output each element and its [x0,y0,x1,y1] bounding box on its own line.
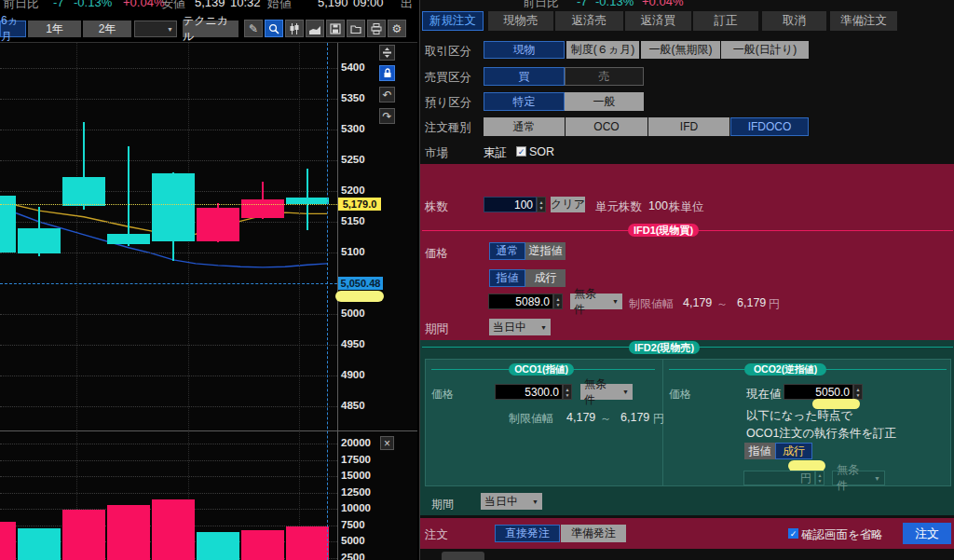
vertical-gridline [299,43,300,560]
close-volume-pane-icon[interactable]: × [380,436,394,450]
tab-cancel[interactable]: 取消 [762,11,826,31]
ifd2-title-pill: IFD2(現物売) [629,341,700,354]
order-kind-normal[interactable]: 通常 [484,117,565,136]
candle-wick [128,146,129,247]
trade-type-margin-system[interactable]: 制度(６ヵ月) [566,41,639,59]
range-dropdown[interactable]: ▼ [134,20,177,37]
oco2-exec-limit[interactable]: 指値 [744,443,775,459]
fit-scale-icon[interactable] [379,45,395,61]
ifd2-period-label: 期間 [431,497,454,512]
save-icon[interactable] [326,20,345,37]
tab-prepared-order[interactable]: 準備注文 [830,11,897,31]
oco2-trigger-stepper[interactable] [853,384,863,400]
draw-pencil-icon[interactable]: ✎ [244,20,263,37]
mini-alt-pct: +0.04% [642,0,683,8]
volume-bar [286,526,329,560]
price-tick-label: 5150 [341,215,382,226]
clipped-label: 出 [401,0,413,11]
redo-icon[interactable]: ↷ [379,108,395,124]
trade-type-cash[interactable]: 現物 [484,41,565,59]
qty-input[interactable]: 100 [484,197,537,212]
alt-pct: +0.04% [123,0,164,9]
sor-checkbox[interactable]: ✓ [516,146,526,157]
side-sell-button[interactable]: 売 [565,67,644,86]
ifd1-price-input[interactable]: 5089.0 [488,294,553,309]
trade-type-general-day[interactable]: 一般(日計り) [721,41,809,59]
price-gridline [0,314,337,315]
prepared-order-button[interactable]: 準備発注 [561,525,626,542]
order-kind-ifdoco[interactable]: IFDOCO [730,117,809,136]
volume-tick-label: 12500 [341,486,382,498]
volume-bar [62,510,105,560]
ifd1-period-label: 期間 [425,321,448,337]
order-kind-ifd[interactable]: IFD [648,117,729,136]
account-specific-button[interactable]: 特定 [484,92,565,111]
oco1-price-input[interactable]: 5300.0 [495,384,563,400]
volume-bar [107,505,150,560]
printer-icon[interactable] [367,20,386,37]
ifd1-condition-dropdown[interactable]: 無条件 [570,294,622,309]
ifd2-period-dropdown[interactable]: 当日中 [481,493,542,510]
account-general-button[interactable]: 一般 [565,92,644,111]
trade-type-general-open[interactable]: 一般(無期限) [641,41,720,59]
qty-label: 株数 [425,199,448,215]
ifd1-price-stop[interactable]: 逆指値 [525,242,566,260]
oco2-exec-market[interactable]: 成行 [775,443,812,459]
ifd1-exec-market[interactable]: 成行 [525,269,566,287]
volume-bar [0,522,16,560]
ifd1-exec-limit[interactable]: 指値 [489,269,525,287]
candlestick-type-icon[interactable] [285,20,304,37]
oco2-title-pill: OCO2(逆指値) [744,363,826,376]
tab-amend[interactable]: 訂正 [693,11,758,31]
oco2-amount-stepper-disabled [815,471,825,485]
trade-type-label: 取引区分 [425,44,471,60]
price-tick-label: 5300 [341,123,382,134]
oco1-limit-tilde: ～ [600,411,611,427]
qty-clear-button[interactable]: クリア [551,197,585,212]
technical-button[interactable]: テクニカル [183,20,238,37]
oco1-condition-dropdown[interactable]: 無条件 [580,384,633,400]
price-gridline [0,99,337,100]
low-label: 安値 [161,0,185,11]
oco2-current-label: 現在値 [746,387,782,403]
price-gridline [0,345,337,346]
skip-confirm-label: 確認画面を省略 [801,527,883,543]
ifd1-title-pill: IFD1(現物買) [628,224,699,237]
order-entry-panel: 前日比 -7 -0.13% +0.04% 新規注文 現物売 返済売 返済買 訂正… [419,0,954,560]
tab-repay-sell[interactable]: 返済売 [555,11,623,31]
oco1-limit-yen: 円 [653,411,664,427]
tab-repay-buy[interactable]: 返済買 [625,11,691,31]
range-1y-button[interactable]: 1年 [28,20,81,37]
candlestick-chart[interactable]: ↶ ↷ × 5400535053005250520051505100500049… [0,43,417,560]
range-2y-button[interactable]: 2年 [83,20,131,37]
folder-icon[interactable] [347,20,365,37]
tab-cash-sell[interactable]: 現物売 [488,11,553,31]
volume-tick-label: 7500 [341,519,382,530]
direct-order-button[interactable]: 直接発注 [495,525,560,542]
tab-new-order[interactable]: 新規注文 [422,11,484,31]
submit-order-button[interactable]: 注文 [903,523,951,544]
area-chart-icon[interactable] [306,20,324,37]
oco1-limit-low: 4,179 [566,411,595,424]
gear-icon[interactable]: ⚙ [388,20,406,37]
order-kind-oco[interactable]: OCO [566,117,647,136]
qty-stepper[interactable] [537,197,546,212]
low-value: 5,139 [195,0,225,9]
ifd1-price-normal[interactable]: 通常 [489,242,525,260]
prev-day-pct: -0.13% [74,0,112,9]
side-buy-button[interactable]: 買 [484,67,565,86]
skip-confirm-checkbox[interactable]: ✓ [788,528,798,539]
price-tick-label: 5000 [341,307,382,319]
clipped-bottom-tab[interactable] [442,552,484,560]
mini-quote-bar: 前日比 -7 -0.13% +0.04% [420,0,954,9]
oco2-trigger-input[interactable]: 5050.0 [784,384,853,400]
oco1-price-stepper[interactable] [563,384,572,400]
ifd1-price-stepper[interactable] [553,294,563,309]
volume-tick-label: 10000 [341,502,382,513]
ifd1-period-dropdown[interactable]: 当日中 [489,319,551,335]
price-gridline [0,130,337,130]
zoom-icon[interactable] [265,20,283,37]
mini-prev-pct: -0.13% [595,0,634,8]
range-6m-button[interactable]: 6ヵ月 [0,20,26,37]
candle-body [197,208,239,241]
